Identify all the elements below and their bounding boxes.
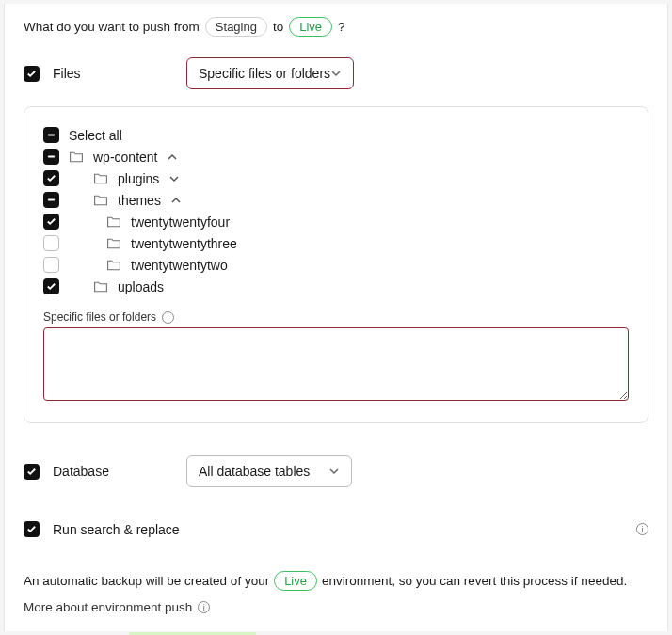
prompt-mid: to	[273, 20, 283, 34]
t23-label: twentytwentythree	[131, 236, 237, 251]
check-icon	[46, 173, 56, 183]
prompt-suffix: ?	[338, 20, 345, 34]
tree-wp-content[interactable]: wp-content	[43, 146, 629, 167]
more-about-link[interactable]: More about environment push i	[24, 600, 648, 614]
themes-checkbox[interactable]	[43, 192, 59, 208]
tree-t22[interactable]: twentytwentytwo	[43, 254, 629, 276]
minus-icon	[46, 130, 56, 140]
search-replace-label: Run search & replace	[53, 522, 672, 537]
uploads-checkbox[interactable]	[43, 278, 59, 294]
tree-plugins[interactable]: plugins	[43, 167, 629, 189]
folder-icon	[106, 237, 121, 250]
backup-env-pill: Live	[274, 571, 317, 591]
folder-icon	[93, 172, 108, 185]
tree-select-all[interactable]: Select all	[43, 124, 629, 146]
tree-uploads[interactable]: uploads	[43, 276, 629, 297]
t23-checkbox[interactable]	[43, 235, 59, 251]
tree-themes[interactable]: themes	[43, 189, 629, 211]
wp-content-label: wp-content	[93, 150, 157, 165]
file-tree: Select all wp-content plugins	[43, 124, 629, 297]
database-scope-value: All database tables	[199, 464, 310, 479]
tree-t24[interactable]: twentytwentyfour	[43, 211, 629, 232]
check-icon	[26, 69, 37, 79]
wp-content-checkbox[interactable]	[43, 149, 59, 165]
info-icon[interactable]: i	[162, 311, 174, 324]
themes-label: themes	[118, 193, 161, 208]
chevron-down-icon[interactable]	[168, 173, 180, 184]
chevron-up-icon[interactable]	[170, 195, 182, 206]
database-scope-select[interactable]: All database tables	[186, 455, 352, 487]
minus-icon	[46, 195, 56, 205]
chevron-down-icon	[328, 466, 340, 477]
check-icon	[26, 467, 37, 477]
info-icon[interactable]: i	[636, 523, 648, 535]
prompt-prefix: What do you want to push from	[24, 20, 200, 34]
minus-icon	[46, 151, 56, 162]
t22-checkbox[interactable]	[43, 257, 59, 273]
check-icon	[46, 216, 56, 227]
tree-t23[interactable]: twentytwentythree	[43, 232, 629, 254]
files-scope-value: Specific files or folders	[199, 66, 330, 81]
chevron-up-icon[interactable]	[167, 151, 178, 163]
search-replace-checkbox[interactable]	[24, 521, 40, 537]
svg-rect-0	[48, 135, 55, 136]
info-icon: i	[198, 601, 210, 613]
more-about-label: More about environment push	[24, 600, 192, 614]
t22-label: twentytwentytwo	[131, 258, 228, 273]
svg-rect-2	[48, 199, 55, 201]
file-selection-box: Select all wp-content plugins	[24, 106, 648, 423]
folder-icon	[106, 215, 121, 229]
plugins-label: plugins	[118, 171, 159, 186]
env-to-pill: Live	[289, 17, 332, 37]
files-scope-select[interactable]: Specific files or folders	[186, 57, 354, 89]
folder-icon	[69, 151, 84, 164]
database-checkbox[interactable]	[24, 464, 40, 480]
env-from-pill: Staging	[205, 17, 267, 37]
uploads-label: uploads	[118, 279, 164, 294]
select-all-label: Select all	[69, 128, 122, 143]
check-icon	[26, 524, 37, 534]
check-icon	[46, 281, 56, 292]
specific-files-textarea[interactable]	[43, 327, 629, 401]
files-label: Files	[53, 66, 128, 81]
folder-icon	[106, 259, 121, 272]
svg-rect-1	[48, 156, 55, 158]
database-label: Database	[53, 464, 128, 479]
specific-input-label: Specific files or folders	[43, 310, 156, 324]
folder-icon	[93, 194, 108, 207]
folder-icon	[93, 280, 108, 294]
t24-checkbox[interactable]	[43, 214, 59, 230]
plugins-checkbox[interactable]	[43, 170, 59, 186]
backup-prefix: An automatic backup will be created of y…	[24, 574, 269, 588]
backup-suffix: environment, so you can revert this proc…	[322, 574, 627, 588]
chevron-down-icon	[330, 68, 342, 79]
select-all-checkbox[interactable]	[43, 127, 59, 143]
t24-label: twentytwentyfour	[131, 214, 230, 230]
files-checkbox[interactable]	[24, 66, 40, 82]
